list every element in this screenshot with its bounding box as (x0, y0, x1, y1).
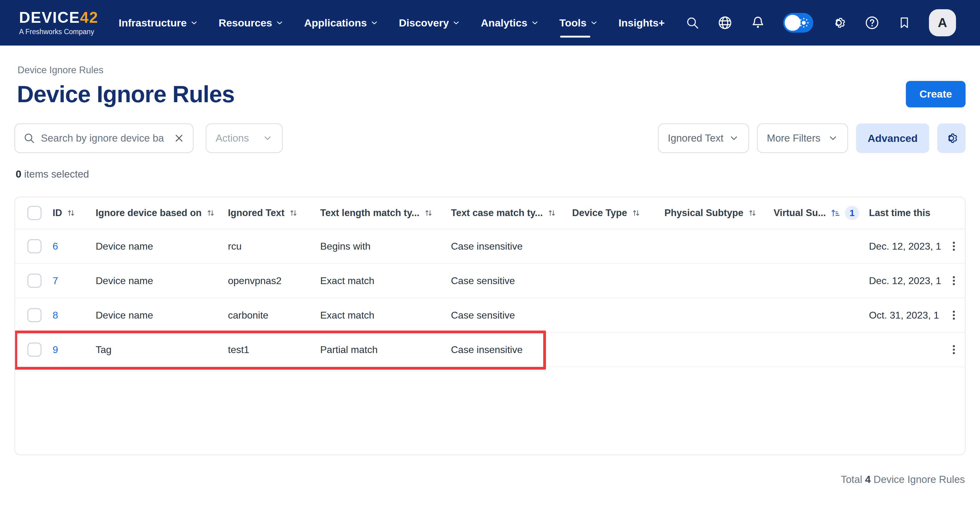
menu-item-discovery[interactable]: Discovery (399, 0, 461, 46)
create-button[interactable]: Create (906, 81, 966, 107)
gear-icon (944, 131, 958, 145)
column-header-ignore-device-based-on[interactable]: Ignore device based on (95, 208, 228, 219)
column-header-physical-subtype[interactable]: Physical Subtype (664, 208, 773, 219)
column-header-text-case-match-ty[interactable]: Text case match ty... (451, 208, 572, 219)
ignored-text-filter-dropdown[interactable]: Ignored Text (658, 123, 749, 153)
sort-icon (632, 208, 641, 218)
menu-item-insights[interactable]: Insights+ (619, 0, 665, 46)
gear-icon[interactable] (831, 15, 846, 30)
actions-dropdown[interactable]: Actions (206, 123, 283, 153)
selected-count: 0 (16, 168, 21, 180)
bookmark-icon[interactable] (897, 16, 911, 30)
row-id-link[interactable]: 8 (52, 310, 95, 321)
row-checkbox[interactable] (27, 308, 41, 322)
table-row-8[interactable]: 8Device namecarboniteExact matchCase sen… (15, 298, 965, 333)
menu-item-tools[interactable]: Tools (560, 0, 598, 46)
more-filters-label: More Filters (767, 132, 820, 144)
advanced-button[interactable]: Advanced (856, 123, 929, 153)
column-label: Text case match ty... (451, 208, 543, 219)
chevron-down-icon (370, 19, 379, 27)
kebab-menu-icon (948, 275, 960, 287)
column-header-last-time-this[interactable]: Last time this (869, 208, 948, 219)
row-actions-menu[interactable] (948, 309, 960, 321)
table-row-7[interactable]: 7Device nameopenvpnas2Exact matchCase se… (15, 264, 965, 298)
ignored-text-filter-label: Ignored Text (668, 132, 724, 144)
top-navbar: DEVICE42 A Freshworks Company Infrastruc… (0, 0, 980, 46)
more-filters-dropdown[interactable]: More Filters (757, 123, 848, 153)
menu-item-label: Discovery (399, 17, 449, 29)
cell-ignored-text: openvpnas2 (228, 275, 320, 287)
logo-text: DEVICE42 (19, 10, 99, 25)
clear-icon[interactable] (173, 132, 185, 144)
menu-item-label: Insights+ (619, 17, 665, 29)
search-icon[interactable] (685, 16, 700, 30)
search-box[interactable] (14, 123, 194, 153)
select-all-checkbox[interactable] (27, 206, 41, 220)
table-header-row: IDIgnore device based onIgnored TextText… (15, 197, 965, 229)
menu-item-label: Resources (219, 17, 272, 29)
column-label: Device Type (572, 208, 627, 219)
column-label: Last time this (869, 208, 931, 219)
row-checkbox[interactable] (27, 274, 41, 288)
table-row-9[interactable]: 9Tagtest1Partial matchCase insensitive (15, 333, 965, 367)
globe-icon[interactable] (718, 15, 733, 30)
column-label: Ignored Text (228, 208, 285, 219)
menu-item-label: Analytics (481, 17, 527, 29)
breadcrumb[interactable]: Device Ignore Rules (14, 65, 966, 76)
menu-item-applications[interactable]: Applications (304, 0, 379, 46)
main-content: Device Ignore Rules Device Ignore Rules … (0, 65, 980, 485)
table-settings-button[interactable] (937, 123, 966, 153)
avatar-letter: A (938, 15, 947, 30)
cell-length-match: Exact match (320, 310, 451, 321)
theme-toggle[interactable] (783, 13, 813, 33)
kebab-menu-icon (948, 309, 960, 321)
cell-case-match: Case insensitive (451, 241, 572, 252)
chevron-down-icon (452, 19, 460, 27)
row-checkbox[interactable] (27, 343, 41, 357)
menu-item-infrastructure[interactable]: Infrastructure (119, 0, 199, 46)
row-actions-menu[interactable] (948, 240, 960, 252)
menu-item-label: Applications (304, 17, 367, 29)
help-icon[interactable] (864, 15, 880, 30)
row-id-link[interactable]: 9 (52, 344, 95, 356)
chevron-down-icon (828, 133, 838, 144)
column-header-id[interactable]: ID (52, 208, 95, 219)
cell-case-match: Case sensitive (451, 310, 572, 321)
avatar[interactable]: A (929, 9, 956, 36)
bell-icon[interactable] (751, 15, 765, 30)
chevron-down-icon (190, 19, 199, 27)
total-count: 4 (865, 474, 870, 485)
row-id-link[interactable]: 7 (52, 275, 95, 287)
menu-item-analytics[interactable]: Analytics (481, 0, 539, 46)
cell-ignored-text: test1 (228, 344, 320, 356)
table-row-6[interactable]: 6Device namercuBegins withCase insensiti… (15, 229, 965, 264)
cell-length-match: Partial match (320, 344, 451, 356)
column-header-ignored-text[interactable]: Ignored Text (228, 208, 320, 219)
menu-item-label: Tools (560, 17, 587, 29)
toolbar: Actions Ignored Text More Filters Advanc… (14, 123, 966, 153)
row-checkbox[interactable] (27, 239, 41, 253)
column-header-text-length-match-ty[interactable]: Text length match ty... (320, 208, 451, 219)
device42-logo[interactable]: DEVICE42 A Freshworks Company (19, 10, 99, 36)
chevron-down-icon (275, 19, 284, 27)
logo-accent-42: 42 (80, 9, 99, 26)
menu-item-resources[interactable]: Resources (219, 0, 284, 46)
sort-icon (67, 208, 76, 218)
cell-case-match: Case insensitive (451, 344, 572, 356)
column-header-virtual-su[interactable]: Virtual Su...1 (773, 206, 869, 220)
search-input[interactable] (41, 132, 168, 144)
column-header-device-type[interactable]: Device Type (572, 208, 664, 219)
cell-ignored-text: carbonite (228, 310, 320, 321)
search-icon (23, 132, 35, 144)
sort-icon (289, 208, 298, 218)
row-actions-menu[interactable] (948, 343, 960, 356)
navbar-icons: A (685, 9, 956, 36)
logo-tagline: A Freshworks Company (19, 28, 99, 36)
sort-icon (748, 208, 757, 218)
page-title: Device Ignore Rules (17, 81, 235, 107)
row-id-link[interactable]: 6 (52, 241, 95, 252)
chevron-down-icon (262, 133, 273, 144)
cell-last-time: Dec. 12, 2023, 1 (869, 241, 948, 252)
row-actions-menu[interactable] (948, 275, 960, 287)
actions-label: Actions (216, 132, 249, 144)
